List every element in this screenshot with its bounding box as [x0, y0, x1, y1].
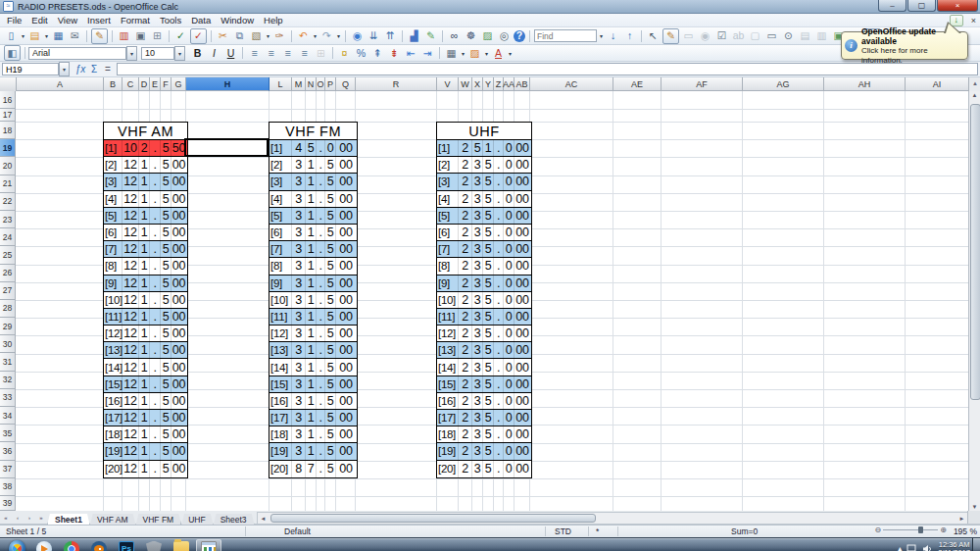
preset-cell[interactable]: 00 — [172, 292, 186, 308]
preset-row[interactable]: [6]31.500 — [270, 225, 357, 241]
preset-cell[interactable]: [16] — [104, 393, 122, 409]
preset-cell[interactable]: . — [317, 309, 325, 325]
preset-cell[interactable]: 2 — [459, 225, 472, 240]
preset-cell[interactable]: 00 — [336, 342, 356, 358]
preset-row[interactable]: [14]31.500 — [270, 359, 357, 376]
preset-cell[interactable]: 00 — [514, 276, 530, 291]
italic-icon[interactable]: I — [207, 46, 221, 60]
preset-cell[interactable]: 00 — [336, 376, 356, 392]
preset-cell[interactable]: [9] — [437, 276, 459, 291]
preset-cell[interactable]: . — [317, 174, 325, 189]
spellcheck-icon[interactable]: ✓ — [173, 29, 188, 43]
help-icon[interactable]: ? — [514, 30, 525, 42]
preset-row[interactable]: [12]235.000 — [437, 326, 531, 342]
preset-cell[interactable]: 00 — [514, 359, 530, 375]
gallery-icon[interactable]: ▨ — [480, 29, 495, 43]
preset-row[interactable]: [8]31.500 — [270, 258, 357, 275]
preset-cell[interactable]: 2 — [459, 258, 472, 274]
preset-cell[interactable]: . — [494, 410, 504, 426]
preset-row[interactable]: [15]235.000 — [437, 376, 531, 393]
preset-cell[interactable]: 3 — [292, 276, 306, 291]
preset-cell[interactable]: [14] — [270, 359, 292, 375]
preset-cell[interactable]: 5 — [161, 461, 172, 477]
preset-cell[interactable]: 12 — [122, 376, 139, 392]
preset-cell[interactable]: 3 — [292, 393, 306, 409]
auto-spellcheck-icon[interactable]: ✓ — [190, 28, 207, 44]
preset-cell[interactable]: 00 — [172, 410, 186, 426]
delete-decimal-icon[interactable]: ⇟ — [387, 46, 402, 60]
preset-cell[interactable]: 3 — [472, 309, 483, 325]
preset-cell[interactable]: 1 — [139, 376, 150, 392]
preset-row[interactable]: [13]121.500 — [104, 342, 187, 359]
preset-cell[interactable]: . — [317, 443, 325, 459]
preset-cell[interactable]: 1 — [306, 225, 317, 240]
preset-cell[interactable]: 3 — [292, 225, 306, 240]
preset-cell[interactable]: 2 — [459, 292, 472, 308]
preset-cell[interactable]: 0 — [504, 393, 514, 409]
preset-cell[interactable]: 5 — [325, 326, 336, 341]
preset-cell[interactable]: 1 — [139, 157, 150, 173]
preset-cell[interactable]: 00 — [336, 191, 356, 207]
preset-cell[interactable]: 3 — [292, 258, 306, 274]
preset-cell[interactable]: 00 — [514, 326, 530, 341]
preset-cell[interactable]: 2 — [459, 191, 472, 207]
add-decimal-icon[interactable]: ⇞ — [370, 46, 385, 60]
preset-cell[interactable]: 5 — [161, 225, 172, 240]
preset-cell[interactable]: 2 — [459, 140, 472, 156]
sheet-tab-uhf[interactable]: UHF — [181, 514, 213, 526]
preset-cell[interactable]: 3 — [292, 359, 306, 375]
preset-cell[interactable]: 1 — [306, 292, 317, 308]
preset-cell[interactable]: [2] — [437, 157, 459, 173]
preset-cell[interactable]: 5 — [161, 309, 172, 325]
preset-cell[interactable]: 5 — [325, 241, 336, 257]
row-header-27[interactable]: 27 — [0, 282, 16, 300]
preset-cell[interactable]: 1 — [306, 191, 317, 207]
preset-cell[interactable]: 3 — [472, 258, 483, 274]
increase-indent-icon[interactable]: ⇥ — [420, 46, 435, 60]
preset-cell[interactable]: . — [317, 241, 325, 257]
column-header-O[interactable]: O — [317, 77, 325, 91]
preset-cell[interactable]: 1 — [139, 342, 150, 358]
preset-cell[interactable]: [9] — [270, 276, 292, 291]
formula-input[interactable] — [117, 63, 978, 75]
spreadsheet-grid[interactable]: VHF AM[1]102.550[2]121.500[3]121.500[4]1… — [16, 91, 968, 511]
currency-format-icon[interactable]: ¤ — [337, 46, 352, 60]
vertical-scrollbar[interactable]: ▲ ▼ — [968, 91, 980, 511]
preset-row[interactable]: [9]235.000 — [437, 276, 531, 292]
preset-cell[interactable]: 5 — [161, 258, 172, 274]
preset-cell[interactable]: . — [494, 241, 504, 257]
preset-cell[interactable]: [14] — [437, 359, 459, 375]
preset-cell[interactable]: 00 — [172, 276, 186, 291]
insert-chart-icon[interactable]: ▟ — [407, 29, 421, 43]
preset-cell[interactable]: 00 — [336, 309, 356, 325]
sheet-tab-vhf-am[interactable]: VHF AM — [90, 514, 136, 526]
preset-cell[interactable]: [2] — [104, 157, 122, 173]
preset-cell[interactable]: . — [150, 393, 161, 409]
bold-icon[interactable]: B — [190, 46, 205, 60]
font-size-input[interactable] — [141, 47, 174, 60]
dropdown-arrow-icon[interactable]: ▾ — [483, 50, 490, 57]
preset-row[interactable]: [19]235.000 — [437, 443, 531, 460]
open-folder-icon[interactable]: ▤ — [27, 29, 42, 43]
maximize-button[interactable]: ▢ — [907, 0, 936, 12]
column-header-AF[interactable]: AF — [662, 77, 743, 91]
page-preview-icon[interactable]: ⊞ — [150, 29, 165, 43]
column-header-AI[interactable]: AI — [906, 77, 969, 91]
preset-cell[interactable]: . — [317, 359, 325, 375]
preset-cell[interactable]: 1 — [483, 140, 494, 156]
preset-row[interactable]: [6]121.500 — [104, 225, 187, 241]
preset-cell[interactable]: 0 — [504, 461, 514, 477]
preset-cell[interactable]: [12] — [270, 326, 292, 341]
start-button-button[interactable] — [4, 539, 29, 551]
preset-cell[interactable]: 1 — [139, 393, 150, 409]
preset-cell[interactable]: . — [317, 208, 325, 224]
preset-cell[interactable]: 12 — [122, 174, 139, 189]
preset-cell[interactable]: 3 — [472, 342, 483, 358]
preset-cell[interactable]: 00 — [514, 376, 530, 392]
preset-cell[interactable]: . — [150, 461, 161, 477]
preset-cell[interactable]: 3 — [472, 359, 483, 375]
preset-cell[interactable]: 5 — [161, 342, 172, 358]
preset-cell[interactable]: . — [317, 225, 325, 240]
preset-cell[interactable]: 12 — [122, 426, 139, 442]
preset-cell[interactable]: . — [150, 426, 161, 442]
